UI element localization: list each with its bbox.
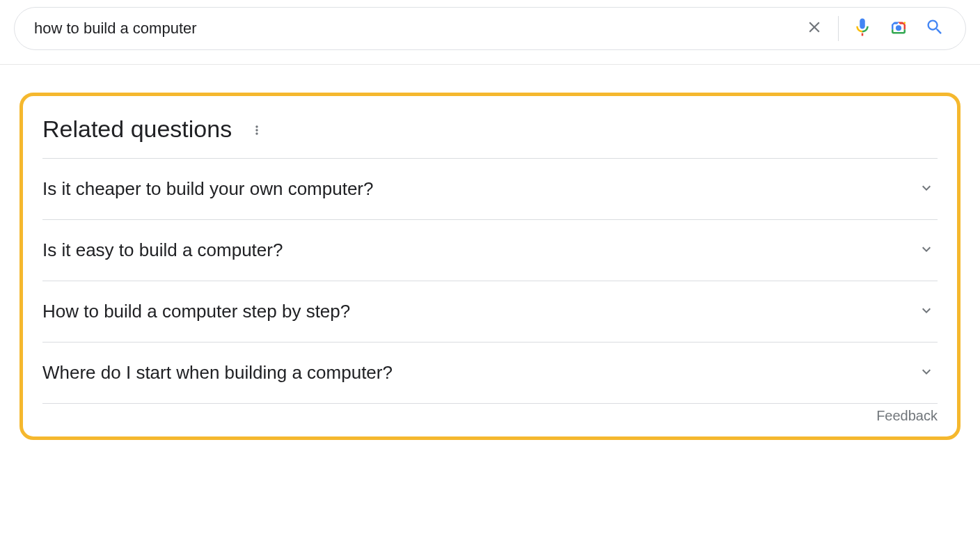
expand-icon-wrap [918,365,935,381]
related-question-text: Is it cheaper to build your own computer… [42,178,373,200]
search-input[interactable] [34,19,796,38]
clear-search-button[interactable] [796,13,832,44]
search-bar-container [0,0,980,65]
microphone-icon [852,17,873,40]
more-vertical-icon [250,116,264,143]
chevron-down-icon [918,241,935,260]
chevron-down-icon [918,363,935,383]
image-search-button[interactable] [880,13,917,44]
close-icon [805,18,823,39]
svg-point-1 [896,25,901,31]
feedback-link[interactable]: Feedback [876,408,938,424]
search-button[interactable] [917,13,953,44]
search-icon [925,17,945,40]
related-question-row[interactable]: Is it easy to build a computer? [42,219,938,281]
camera-icon [888,17,909,40]
related-questions-title: Related questions [42,116,232,143]
related-questions-box: Related questions Is it cheaper to build… [19,93,961,440]
related-question-text: How to build a computer step by step? [42,301,350,322]
more-options-button[interactable] [248,121,265,138]
expand-icon-wrap [918,181,935,198]
related-question-row[interactable]: Is it cheaper to build your own computer… [42,158,938,219]
expand-icon-wrap [918,242,935,259]
search-icons-group [796,13,953,44]
related-questions-header: Related questions [42,116,938,143]
voice-search-button[interactable] [844,13,880,44]
feedback-row: Feedback [42,403,938,424]
chevron-down-icon [918,180,935,199]
search-bar [14,7,966,50]
expand-icon-wrap [918,304,935,320]
related-question-text: Where do I start when building a compute… [42,362,393,384]
divider [838,16,839,41]
related-question-text: Is it easy to build a computer? [42,239,283,261]
related-question-row[interactable]: Where do I start when building a compute… [42,342,938,403]
related-question-row[interactable]: How to build a computer step by step? [42,281,938,342]
chevron-down-icon [918,302,935,322]
